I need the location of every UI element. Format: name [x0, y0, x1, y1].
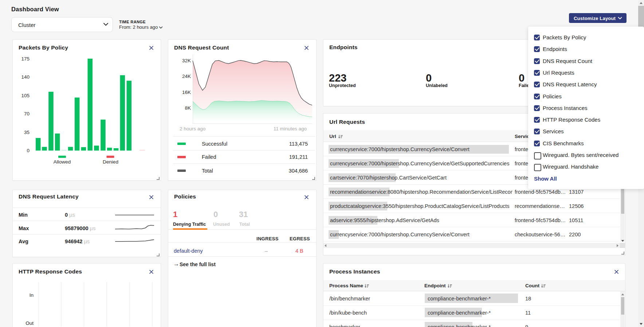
svg-text:191,211: 191,211	[289, 154, 308, 160]
svg-text:Out: Out	[25, 320, 34, 326]
svg-text:2 hours ago: 2 hours ago	[180, 126, 205, 131]
svg-text:Successful: Successful	[202, 141, 227, 147]
svg-text:0 µs: 0 µs	[65, 212, 75, 218]
svg-text:946942 µs: 946942 µs	[65, 239, 90, 244]
svg-text:35: 35	[24, 130, 30, 135]
svg-text:Max: Max	[19, 225, 29, 231]
svg-text:70: 70	[24, 111, 30, 117]
svg-text:Allowed: Allowed	[54, 159, 71, 165]
svg-text:95879000 µs: 95879000 µs	[65, 225, 95, 231]
svg-text:24K: 24K	[182, 74, 191, 79]
svg-text:In: In	[30, 292, 34, 298]
svg-text:16K: 16K	[182, 90, 191, 95]
svg-text:Denied: Denied	[103, 159, 118, 165]
svg-text:Failed: Failed	[202, 154, 216, 160]
svg-text:0: 0	[27, 148, 30, 153]
svg-text:11 minutes ago: 11 minutes ago	[274, 126, 307, 131]
svg-text:175: 175	[21, 56, 30, 62]
svg-text:Min: Min	[19, 212, 28, 218]
svg-text:113,475: 113,475	[289, 141, 308, 147]
svg-text:140: 140	[21, 74, 30, 80]
svg-text:105: 105	[21, 93, 30, 98]
svg-text:Avg: Avg	[19, 239, 28, 244]
svg-text:Total: Total	[202, 168, 213, 174]
svg-text:8K: 8K	[185, 105, 191, 111]
svg-text:304,686: 304,686	[289, 168, 308, 174]
svg-text:32K: 32K	[182, 58, 191, 63]
